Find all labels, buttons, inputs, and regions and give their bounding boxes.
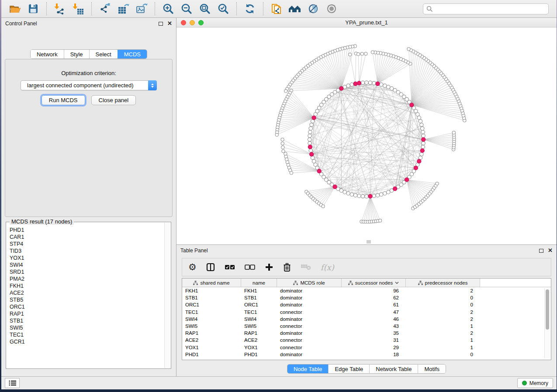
result-item[interactable]: STB1 — [10, 317, 164, 324]
table-row[interactable]: ORC1ORC1dominator610 — [182, 301, 551, 308]
satellite-node[interactable] — [407, 48, 410, 51]
result-item[interactable]: RAP1 — [10, 310, 164, 317]
result-item[interactable]: TEC1 — [10, 331, 164, 338]
result-scrollbar[interactable] — [164, 223, 170, 368]
network-node[interactable] — [372, 194, 376, 198]
zoom-fit-icon[interactable] — [198, 2, 212, 16]
satellite-node[interactable] — [284, 89, 287, 93]
mcds-hub-node[interactable] — [368, 194, 372, 198]
network-node[interactable] — [346, 192, 350, 195]
tab-network-table[interactable]: Network Table — [369, 364, 418, 373]
table-scrollbar-thumb[interactable] — [546, 289, 549, 330]
result-item[interactable]: SWI5 — [10, 324, 164, 331]
satellite-node[interactable] — [364, 52, 367, 55]
satellite-node[interactable] — [282, 150, 285, 153]
mcds-hub-node[interactable] — [353, 82, 357, 86]
search-input[interactable] — [433, 6, 545, 12]
table-row[interactable]: ACE2ACE2connector311 — [182, 337, 551, 344]
result-item[interactable]: ACE2 — [10, 289, 164, 296]
network-node[interactable] — [311, 156, 314, 159]
result-item[interactable]: PMA2 — [10, 275, 164, 282]
float-window-icon[interactable] — [159, 22, 163, 26]
result-item[interactable]: SRD1 — [10, 268, 164, 275]
network-node[interactable] — [420, 123, 423, 127]
table-row[interactable]: PHD1PHD1dominator180 — [182, 351, 551, 358]
splitter-grip[interactable] — [367, 240, 371, 244]
run-mcds-button[interactable]: Run MCDS — [42, 95, 85, 105]
table-options-icon[interactable]: ⚙ — [188, 263, 197, 272]
satellite-node[interactable] — [275, 133, 278, 136]
satellite-node[interactable] — [281, 146, 284, 149]
network-node[interactable] — [421, 130, 425, 134]
network-node[interactable] — [421, 145, 425, 148]
import-table-icon[interactable] — [71, 2, 85, 16]
satellite-node[interactable] — [378, 219, 381, 222]
network-node[interactable] — [361, 194, 364, 198]
import-network-icon[interactable] — [53, 2, 67, 16]
network-node[interactable] — [372, 81, 376, 85]
table-row[interactable]: FKH1FKH1dominator962 — [182, 287, 551, 294]
table-row[interactable]: SWI4SWI4dominator462 — [182, 316, 551, 323]
memory-button[interactable]: Memory — [517, 378, 553, 388]
network-window-titlebar[interactable]: YPA_prune.txt_1 — [176, 18, 557, 28]
network-node[interactable] — [368, 81, 372, 84]
network-node[interactable] — [380, 193, 383, 196]
tab-network[interactable]: Network — [31, 50, 64, 58]
column-header-predecessor-nodes[interactable]: predecessor nodes — [406, 279, 480, 287]
mcds-hub-node[interactable] — [420, 148, 424, 152]
satellite-node[interactable] — [371, 51, 374, 54]
result-item[interactable]: TID3 — [10, 248, 164, 254]
add-column-icon[interactable] — [265, 263, 273, 272]
result-item[interactable]: SWI4 — [10, 261, 164, 268]
result-item[interactable]: FKH1 — [10, 282, 164, 289]
tab-select[interactable]: Select — [89, 50, 118, 58]
network-node[interactable] — [308, 134, 311, 138]
mcds-hub-node[interactable] — [317, 169, 321, 173]
mcds-hub-node[interactable] — [312, 116, 316, 120]
network-node[interactable] — [308, 130, 312, 134]
result-item[interactable]: PHD1 — [10, 227, 164, 234]
satellite-node[interactable] — [281, 138, 284, 141]
close-panel-button[interactable]: Close panel — [91, 95, 136, 105]
mcds-hub-node[interactable] — [417, 159, 421, 163]
table-row[interactable]: YOX1YOX1connector291 — [182, 344, 551, 351]
export-image-icon[interactable] — [135, 2, 149, 16]
network-node[interactable] — [422, 141, 425, 145]
mcds-hub-node[interactable] — [339, 86, 343, 90]
export-table-icon[interactable] — [116, 2, 130, 16]
tab-edge-table[interactable]: Edge Table — [328, 364, 369, 373]
column-header-successor-nodes[interactable]: successor nodes — [342, 279, 406, 287]
network-node[interactable] — [361, 81, 364, 84]
tab-node-table[interactable]: Node Table — [287, 364, 329, 373]
mcds-hub-node[interactable] — [414, 166, 418, 170]
mcds-hub-node[interactable] — [410, 103, 414, 107]
network-node[interactable] — [390, 87, 393, 90]
network-node[interactable] — [353, 193, 357, 197]
network-node[interactable] — [308, 141, 311, 145]
column-header-MCDS-role[interactable]: MCDS role — [277, 279, 342, 287]
network-node[interactable] — [383, 192, 387, 195]
export-network-icon[interactable] — [98, 2, 112, 16]
network-node[interactable] — [339, 189, 343, 192]
show-columns-icon[interactable] — [206, 263, 215, 272]
show-hide-icon[interactable] — [325, 2, 339, 16]
network-node[interactable] — [343, 190, 346, 194]
satellite-node[interactable] — [360, 52, 363, 55]
satellite-node[interactable] — [357, 52, 360, 55]
mcds-hub-node[interactable] — [376, 82, 380, 86]
first-neighbors-icon[interactable] — [288, 2, 302, 16]
network-node[interactable] — [365, 195, 368, 198]
satellite-node[interactable] — [284, 152, 287, 155]
optimization-criterion-select[interactable]: largest connected component (undirected) — [21, 80, 157, 90]
delete-columns-icon[interactable] — [283, 263, 291, 272]
table-row[interactable]: STB1STB1dominator620 — [182, 294, 551, 301]
mcds-hub-node[interactable] — [405, 178, 409, 182]
zoom-out-icon[interactable] — [180, 2, 194, 16]
network-node[interactable] — [346, 84, 350, 87]
satellite-node[interactable] — [349, 53, 352, 56]
network-node[interactable] — [420, 152, 423, 156]
network-node[interactable] — [309, 127, 312, 130]
table-row[interactable]: SWI5SWI5connector431 — [182, 323, 551, 330]
clear-selection-icon[interactable] — [245, 264, 255, 270]
result-item[interactable]: CAR1 — [10, 234, 164, 241]
